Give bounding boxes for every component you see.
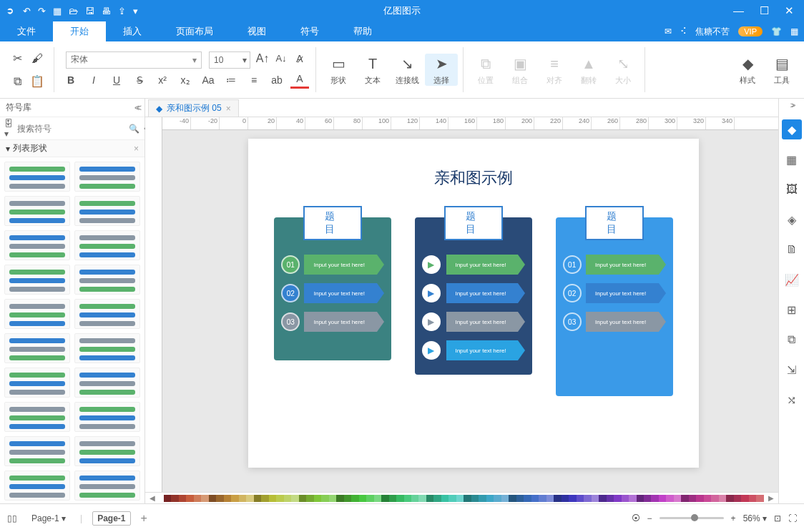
bold-button[interactable]: B	[62, 72, 80, 89]
font-size-dropdown[interactable]: 10▾	[209, 51, 250, 69]
font-family-dropdown[interactable]: 宋体▾	[66, 51, 202, 69]
shape-thumb[interactable]	[74, 402, 140, 432]
search-input[interactable]	[17, 124, 124, 134]
menu-帮助[interactable]: 帮助	[336, 21, 389, 41]
zoom-out-button[interactable]: −	[647, 513, 652, 523]
menu-符号[interactable]: 符号	[283, 21, 336, 41]
cut-icon[interactable]: ✂	[9, 49, 26, 69]
layers-tool-icon[interactable]: ◈	[782, 210, 802, 230]
align-button[interactable]: ≡	[245, 72, 263, 89]
zoom-slider[interactable]	[660, 517, 724, 519]
bullets-button[interactable]: ≔	[222, 72, 240, 89]
library-picker-icon[interactable]: 🗄▾	[4, 119, 13, 139]
shape-thumb[interactable]	[4, 196, 70, 226]
vip-badge[interactable]: VIP	[738, 26, 763, 36]
card-row[interactable]: 03Input your text here!	[563, 312, 666, 332]
document-tab[interactable]: ◆ 亲和图示例 05 ×	[148, 99, 239, 117]
card-row[interactable]: ▶Input your text here!	[422, 312, 525, 332]
subscript-button[interactable]: x₂	[176, 72, 195, 89]
ribbon-样式[interactable]: ◆样式	[731, 54, 764, 86]
save-icon[interactable]: 🖫	[85, 6, 94, 16]
menu-插入[interactable]: 插入	[106, 21, 159, 41]
menu-开始[interactable]: 开始	[53, 21, 106, 41]
zoom-level[interactable]: 56% ▾	[743, 513, 767, 523]
collapse-panel-icon[interactable]: <<	[134, 103, 139, 113]
colorbar-left-arrow[interactable]: ◀	[149, 494, 164, 502]
close-button[interactable]: ✕	[785, 4, 794, 17]
table-tool-icon[interactable]: ⊞	[782, 300, 802, 320]
colorbar-right-arrow[interactable]: ▶	[764, 494, 774, 502]
close-tab-icon[interactable]: ×	[226, 104, 231, 114]
shape-thumb[interactable]	[4, 162, 70, 192]
superscript-button[interactable]: x²	[153, 72, 172, 89]
card-row[interactable]: 01Input your text here!	[281, 255, 384, 275]
search-icon[interactable]: 🔍	[129, 124, 139, 134]
shape-thumb[interactable]	[4, 368, 70, 398]
shape-thumb[interactable]	[74, 471, 140, 501]
italic-button[interactable]: I	[84, 72, 103, 89]
grid-tool-icon[interactable]: ▦	[782, 149, 802, 169]
page-title[interactable]: 亲和图示例	[248, 139, 699, 189]
card-title[interactable]: 题目	[444, 206, 503, 240]
clear-format-icon[interactable]: A̷	[290, 50, 309, 67]
fullscreen-icon[interactable]: ⛶	[788, 513, 797, 523]
new-icon[interactable]: ▦	[53, 6, 62, 16]
page-selector[interactable]: Page-1 ▾	[27, 512, 70, 525]
shape-thumb[interactable]	[74, 368, 140, 398]
zoom-in-button[interactable]: +	[731, 513, 736, 523]
affinity-card[interactable]: 题目01Input your text here!02Input your te…	[556, 217, 673, 396]
shape-thumb[interactable]	[74, 196, 140, 226]
shape-thumb[interactable]	[74, 230, 140, 260]
print-icon[interactable]: 🖶	[102, 6, 111, 16]
fill-tool-icon[interactable]: ◆	[782, 119, 802, 139]
ribbon-工具[interactable]: ▤工具	[765, 54, 798, 86]
case-button[interactable]: Aa	[199, 72, 217, 89]
export-tool-icon[interactable]: ⇲	[782, 360, 802, 380]
card-row[interactable]: ▶Input your text here!	[422, 255, 525, 275]
shape-thumb[interactable]	[4, 230, 70, 260]
ribbon-连接线[interactable]: ↘连接线	[391, 54, 423, 86]
shape-thumb[interactable]	[74, 265, 140, 295]
presentation-icon[interactable]: ⦿	[632, 513, 640, 523]
user-name[interactable]: 焦糖不苦	[695, 26, 730, 38]
font-shrink-icon[interactable]: A↓	[272, 50, 290, 67]
export-icon[interactable]: ⇪	[118, 6, 126, 16]
affinity-card[interactable]: 题目01Input your text here!02Input your te…	[274, 217, 391, 360]
shape-thumb[interactable]	[4, 402, 70, 432]
feedback-icon[interactable]: ✉	[665, 26, 672, 36]
card-row[interactable]: 03Input your text here!	[281, 312, 384, 332]
open-icon[interactable]: 🗁	[69, 6, 78, 16]
chart-tool-icon[interactable]: 📈	[782, 270, 802, 290]
ribbon-选择[interactable]: ➤选择	[425, 54, 458, 86]
copy-icon[interactable]: ⧉	[9, 72, 26, 92]
menu-文件[interactable]: 文件	[0, 21, 53, 41]
ribbon-文本[interactable]: T文本	[356, 54, 389, 86]
canvas[interactable]: -40-200204060801001201401601802002202402…	[162, 117, 778, 492]
qat-more-icon[interactable]: ▾	[133, 6, 138, 16]
redo-icon[interactable]: ↷	[38, 6, 46, 16]
format-painter-icon[interactable]: 🖌	[29, 49, 46, 69]
card-row[interactable]: ▶Input your text here!	[422, 340, 525, 360]
affinity-card[interactable]: 题目▶Input your text here!▶Input your text…	[415, 217, 532, 375]
card-title[interactable]: 题目	[303, 206, 362, 240]
close-category-icon[interactable]: ×	[134, 144, 139, 154]
menu-视图[interactable]: 视图	[230, 21, 283, 41]
card-row[interactable]: 02Input your text here!	[563, 283, 666, 303]
shape-thumb[interactable]	[74, 333, 140, 363]
font-grow-icon[interactable]: A↑	[253, 50, 272, 67]
shuffle-tool-icon[interactable]: ⤭	[782, 390, 802, 410]
image-tool-icon[interactable]: 🖼	[782, 179, 802, 200]
page-tool-icon[interactable]: 🗎	[782, 240, 802, 260]
shape-thumb[interactable]	[4, 471, 70, 501]
group-tool-icon[interactable]: ⧉	[782, 330, 802, 350]
share-icon[interactable]: ⠪	[680, 26, 687, 36]
page-tab[interactable]: Page-1	[92, 511, 130, 526]
apps-icon[interactable]: ▦	[790, 26, 798, 36]
color-bar[interactable]: ◀ ▶	[145, 492, 778, 503]
fit-width-icon[interactable]: ⊡	[774, 513, 781, 523]
card-row[interactable]: 01Input your text here!	[563, 255, 666, 275]
shape-thumb[interactable]	[4, 299, 70, 329]
shape-thumbnails-grid[interactable]	[0, 157, 144, 503]
library-category[interactable]: ▾列表形状×	[0, 140, 144, 157]
ribbon-形状[interactable]: ▭形状	[322, 54, 355, 86]
